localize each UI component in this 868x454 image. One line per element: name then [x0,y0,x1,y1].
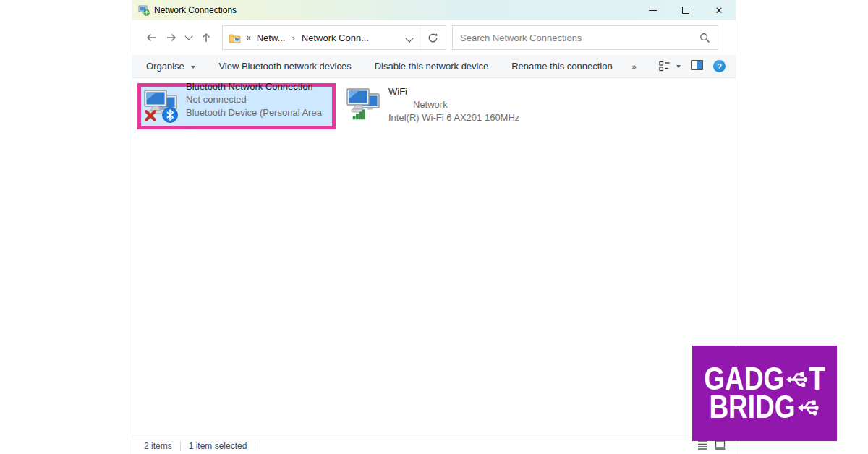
breadcrumb-overflow[interactable]: « [246,33,251,43]
up-button[interactable] [196,27,216,48]
network-connections-window: Network Connections ✕ [132,0,736,454]
wifi-connection-icon [346,87,381,122]
organise-label: Organise [146,61,184,72]
connection-text-block: WiFi Network Intel(R) Wi-Fi 6 AX201 160M… [388,85,519,124]
chevron-down-icon [184,32,192,40]
gadget-bridge-logo: GADG T BRIDG [692,346,837,441]
details-view-button[interactable] [697,440,707,452]
forward-arrow-icon [165,32,178,43]
logo-text: T [809,364,825,395]
folder-network-icon [229,33,241,43]
logo-text: BRIDG [709,392,795,424]
breadcrumb-separator-icon: › [292,33,294,43]
address-dropdown-button[interactable] [407,33,412,43]
address-bar[interactable]: « Netw... › Network Conn... [222,25,446,50]
large-icons-view-button[interactable] [715,440,726,452]
large-icons-view-icon [715,440,726,450]
chevron-down-icon [405,34,413,42]
bluetooth-badge-icon [163,108,178,123]
preview-pane-button[interactable] [691,60,703,72]
search-input[interactable] [460,33,699,43]
connection-status: Network [388,98,519,111]
annotation-highlight-box: Bluetooth Network Connection Not connect… [137,83,336,129]
disable-network-device-button[interactable]: Disable this network device [375,61,489,72]
toolbar-right-group: ? [659,60,726,72]
minimize-icon [649,10,657,11]
items-count: 2 items [144,441,172,451]
connection-name: WiFi [388,85,519,98]
change-view-button[interactable] [659,61,681,72]
search-icon[interactable] [699,33,710,43]
organise-menu-button[interactable]: Organise [146,61,195,72]
statusbar-view-toggles [697,440,726,452]
connection-text-block: Bluetooth Network Connection Not connect… [186,80,332,132]
bluetooth-connection-icon [144,89,179,124]
window-title: Network Connections [154,5,636,15]
minimize-button[interactable] [636,0,669,20]
connection-name: Bluetooth Network Connection [186,80,332,93]
caret-down-icon [191,66,195,69]
status-bar: 2 items 1 item selected [132,437,736,454]
view-bluetooth-devices-button[interactable]: View Bluetooth network devices [218,61,351,72]
titlebar: Network Connections ✕ [132,0,736,20]
statusbar-divider [255,441,255,451]
help-button[interactable]: ? [713,60,726,72]
selection-count: 1 item selected [189,441,247,451]
connection-device: Intel(R) Wi-Fi 6 AX201 160MHz [388,111,519,124]
details-view-icon [697,440,707,450]
usb-trident-icon [796,393,820,421]
connection-item-bluetooth[interactable]: Bluetooth Network Connection Not connect… [144,80,332,132]
refresh-icon [427,33,438,43]
network-connections-app-icon [138,4,150,16]
navigation-bar: « Netw... › Network Conn... [132,20,736,55]
logo-line-2: BRIDG [709,392,820,424]
connections-list: Bluetooth Network Connection Not connect… [132,78,736,437]
command-toolbar: Organise View Bluetooth network devices … [132,55,736,78]
desktop-canvas: Network Connections ✕ [0,0,868,454]
forward-button[interactable] [161,27,182,48]
recent-locations-button[interactable] [182,27,196,48]
close-icon: ✕ [715,5,723,16]
up-arrow-icon [200,31,212,44]
search-box [452,25,718,50]
connection-device: Bluetooth Device (Personal Area ... [186,106,332,132]
back-button[interactable] [141,27,161,48]
close-button[interactable]: ✕ [702,0,736,20]
refresh-button[interactable] [420,26,446,49]
tiles-view-icon [659,61,671,72]
connection-item-wifi[interactable]: WiFi Network Intel(R) Wi-Fi 6 AX201 160M… [346,85,519,124]
caret-down-icon [676,65,681,68]
breadcrumb-segment-network-connections[interactable]: Network Conn... [300,33,370,43]
maximize-icon [682,7,689,14]
connection-status: Not connected [186,93,332,106]
statusbar-divider [180,441,181,451]
question-mark-icon: ? [717,62,722,71]
maximize-button[interactable] [669,0,702,20]
toolbar-overflow-button[interactable]: » [632,62,637,71]
preview-pane-icon [691,60,703,70]
rename-connection-button[interactable]: Rename this connection [511,61,612,72]
breadcrumb-segment-network[interactable]: Netw... [255,33,287,43]
back-arrow-icon [145,32,158,43]
